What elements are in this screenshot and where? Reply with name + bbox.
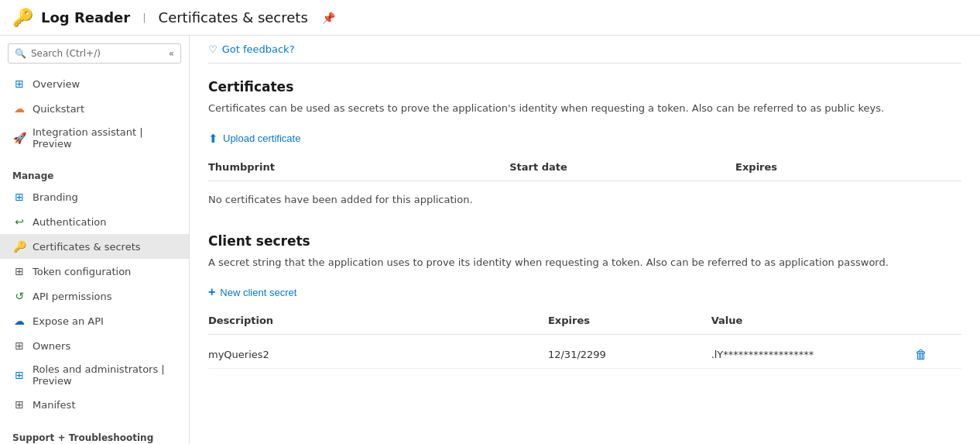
cert-col-expires: Expires xyxy=(735,158,961,176)
sidebar-item-label: API permissions xyxy=(33,291,111,302)
sidebar-item-label: Manifest xyxy=(33,399,75,411)
cert-col-startdate: Start date xyxy=(509,158,735,176)
pin-icon[interactable]: 📌 xyxy=(322,12,335,24)
app-header: 🔑 Log Reader | Certificates & secrets 📌 xyxy=(0,0,980,36)
search-box[interactable]: 🔍 Search (Ctrl+/) « xyxy=(8,43,181,64)
client-secrets-title: Client secrets xyxy=(208,233,961,249)
sidebar-item-label: Overview xyxy=(33,78,80,90)
client-secrets-desc: A secret string that the application use… xyxy=(208,255,961,270)
collapse-button[interactable]: « xyxy=(169,48,174,59)
sidebar-item-roles[interactable]: ⊞ Roles and administrators | Preview xyxy=(0,358,189,392)
feedback-bar[interactable]: ♡ Got feedback? xyxy=(208,36,961,64)
secret-description: myQueries2 xyxy=(208,349,548,360)
table-row: myQueries2 12/31/2299 .lY***************… xyxy=(208,341,961,369)
roles-icon: ⊞ xyxy=(12,368,26,382)
quickstart-icon: ☁ xyxy=(12,102,26,115)
cert-empty-message: No certificates have been added for this… xyxy=(208,188,961,212)
cert-col-thumbprint: Thumbprint xyxy=(208,158,509,176)
owners-icon: ⊞ xyxy=(12,339,26,353)
sidebar-item-label: Roles and administrators | Preview xyxy=(33,363,176,387)
feedback-heart-icon: ♡ xyxy=(208,43,218,55)
feedback-label[interactable]: Got feedback? xyxy=(222,43,295,55)
sidebar-item-authentication[interactable]: ↩ Authentication xyxy=(0,209,189,234)
sidebar-item-label: Token configuration xyxy=(33,266,131,277)
overview-icon: ⊞ xyxy=(12,77,26,91)
sidebar-item-api-permissions[interactable]: ↺ API permissions xyxy=(0,284,189,308)
search-icon: 🔍 xyxy=(15,48,26,59)
page-title: Certificates & secrets xyxy=(159,9,308,26)
main-layout: 🔍 Search (Ctrl+/) « ⊞ Overview ☁ Quickst… xyxy=(0,36,980,444)
auth-icon: ↩ xyxy=(12,215,26,229)
secret-value: .lY****************** xyxy=(711,349,915,360)
certificates-desc: Certificates can be used as secrets to p… xyxy=(208,101,961,116)
cert-table-header: Thumbprint Start date Expires xyxy=(208,158,961,181)
app-name: Log Reader xyxy=(41,9,130,26)
integration-icon: 🚀 xyxy=(12,131,26,145)
certificates-table: Thumbprint Start date Expires No certifi… xyxy=(208,158,961,212)
secrets-col-value: Value xyxy=(711,311,915,329)
sidebar-item-token[interactable]: ⊞ Token configuration xyxy=(0,259,189,284)
new-secret-label: New client secret xyxy=(220,287,296,298)
manage-section-label: Manage xyxy=(0,161,189,184)
sidebar-item-manifest[interactable]: ⊞ Manifest xyxy=(0,392,189,417)
certificates-title: Certificates xyxy=(208,79,961,95)
sidebar-item-label: Integration assistant | Preview xyxy=(33,126,176,150)
sidebar-item-label: Expose an API xyxy=(33,315,104,327)
sidebar-item-branding[interactable]: ⊞ Branding xyxy=(0,184,189,209)
main-content: ♡ Got feedback? Certificates Certificate… xyxy=(190,36,980,444)
secrets-table-header: Description Expires Value xyxy=(208,311,961,335)
sidebar-item-label: Certificates & secrets xyxy=(33,241,141,253)
api-perm-icon: ↺ xyxy=(12,289,26,303)
token-icon: ⊞ xyxy=(12,264,26,278)
sidebar-item-label: Branding xyxy=(33,191,78,203)
sidebar-item-label: Owners xyxy=(33,340,70,352)
secrets-col-expires: Expires xyxy=(548,311,711,329)
client-secrets-section: Client secrets A secret string that the … xyxy=(208,233,961,370)
manifest-icon: ⊞ xyxy=(12,398,26,411)
sidebar-item-overview[interactable]: ⊞ Overview xyxy=(0,71,189,96)
sidebar-item-owners[interactable]: ⊞ Owners xyxy=(0,333,189,358)
sidebar: 🔍 Search (Ctrl+/) « ⊞ Overview ☁ Quickst… xyxy=(0,36,190,444)
sidebar-item-certs[interactable]: 🔑 Certificates & secrets xyxy=(0,234,189,259)
header-divider: | xyxy=(142,12,146,23)
expose-icon: ☁ xyxy=(12,314,26,328)
search-placeholder: Search (Ctrl+/) xyxy=(31,48,101,59)
sidebar-item-label: Authentication xyxy=(33,216,106,228)
delete-secret-button[interactable]: 🗑 xyxy=(915,347,961,362)
sidebar-item-quickstart[interactable]: ☁ Quickstart xyxy=(0,96,189,121)
certificates-section: Certificates Certificates can be used as… xyxy=(208,79,961,212)
new-client-secret-button[interactable]: + New client secret xyxy=(208,282,296,302)
secret-expires: 12/31/2299 xyxy=(548,349,711,360)
secrets-col-description: Description xyxy=(208,311,548,329)
secrets-col-actions xyxy=(915,311,961,329)
client-secrets-table: Description Expires Value myQueries2 12/… xyxy=(208,311,961,369)
app-icon: 🔑 xyxy=(12,8,33,27)
sidebar-item-label: Quickstart xyxy=(33,103,84,115)
branding-icon: ⊞ xyxy=(12,190,26,204)
upload-label: Upload certificate xyxy=(223,133,300,144)
support-section-label: Support + Troubleshooting xyxy=(0,423,189,444)
sidebar-item-integration[interactable]: 🚀 Integration assistant | Preview xyxy=(0,121,189,155)
upload-certificate-button[interactable]: ⬆ Upload certificate xyxy=(208,129,300,149)
plus-icon: + xyxy=(208,285,215,299)
upload-icon: ⬆ xyxy=(208,132,218,146)
sidebar-item-expose-api[interactable]: ☁ Expose an API xyxy=(0,308,189,333)
certs-icon: 🔑 xyxy=(12,239,26,253)
